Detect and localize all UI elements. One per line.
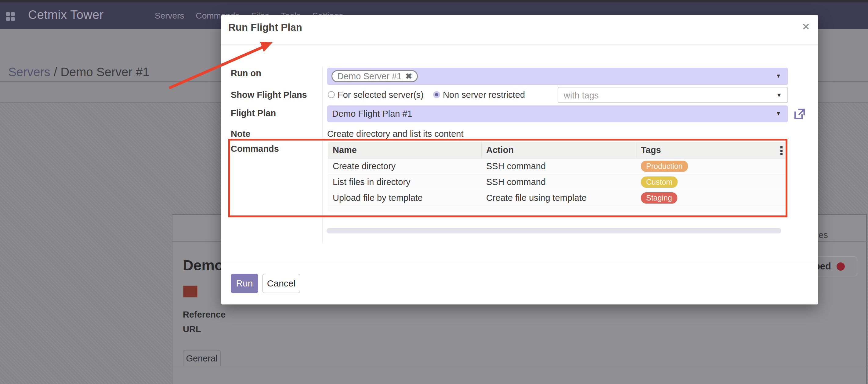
breadcrumb: Servers / Demo Server #1 [8, 65, 149, 79]
external-link-icon[interactable] [793, 107, 806, 120]
browser-top-strip [0, 0, 868, 2]
radio-for-selected-servers[interactable] [328, 91, 335, 98]
flight-plan-field[interactable]: Demo Flight Plan #1 ▾ [327, 105, 788, 122]
chevron-down-icon[interactable]: ▾ [777, 109, 780, 117]
cancel-button[interactable]: Cancel [262, 274, 300, 293]
radio-non-server-restricted[interactable] [433, 91, 440, 98]
status-dot-icon [837, 263, 845, 271]
server-tag[interactable]: Demo Server #1 ✖ [332, 70, 418, 82]
flight-plan-value: Demo Flight Plan #1 [332, 109, 412, 119]
annotation-rectangle [228, 139, 787, 217]
run-on-label: Run on [231, 68, 261, 78]
color-swatch[interactable] [183, 286, 197, 298]
chevron-down-icon[interactable]: ▾ [777, 72, 780, 80]
server-title-fragment: Demo [183, 257, 223, 274]
modal-header-divider [221, 44, 818, 45]
breadcrumb-servers-link[interactable]: Servers [8, 65, 50, 79]
modal-title: Run Flight Plan [228, 22, 302, 33]
flight-plan-label: Flight Plan [231, 108, 276, 118]
breadcrumb-current: / Demo Server #1 [50, 65, 150, 79]
screen: Cetmix Tower Servers Commands Files Tool… [0, 0, 868, 384]
tab-bar-divider [173, 366, 867, 366]
field-label-url: URL [183, 324, 201, 334]
with-tags-placeholder: with tags [564, 91, 598, 101]
close-icon[interactable]: ✕ [802, 21, 810, 33]
with-tags-dropdown[interactable]: with tags ▾ [558, 87, 788, 103]
app-logo[interactable]: Cetmix Tower [28, 8, 104, 22]
chevron-down-icon[interactable]: ▾ [777, 91, 781, 99]
run-on-field[interactable]: Demo Server #1 ✖ ▾ [327, 68, 788, 85]
tab-general[interactable]: General [183, 350, 221, 366]
field-label-reference: Reference [183, 310, 225, 320]
remove-tag-icon[interactable]: ✖ [405, 72, 412, 81]
note-label: Note [231, 129, 250, 139]
note-value: Create directory and list its content [327, 129, 463, 139]
apps-grid-icon[interactable] [6, 12, 14, 21]
smart-button-label-fragment[interactable]: es [818, 230, 828, 240]
radio-label-non-server-restricted[interactable]: Non server restricted [443, 90, 525, 100]
radio-label-for-selected-servers[interactable]: For selected server(s) [338, 90, 424, 100]
show-flight-plans-label: Show Flight Plans [231, 90, 307, 100]
run-button[interactable]: Run [231, 274, 258, 293]
horizontal-scrollbar[interactable] [327, 228, 781, 234]
nav-item-servers[interactable]: Servers [155, 11, 184, 21]
